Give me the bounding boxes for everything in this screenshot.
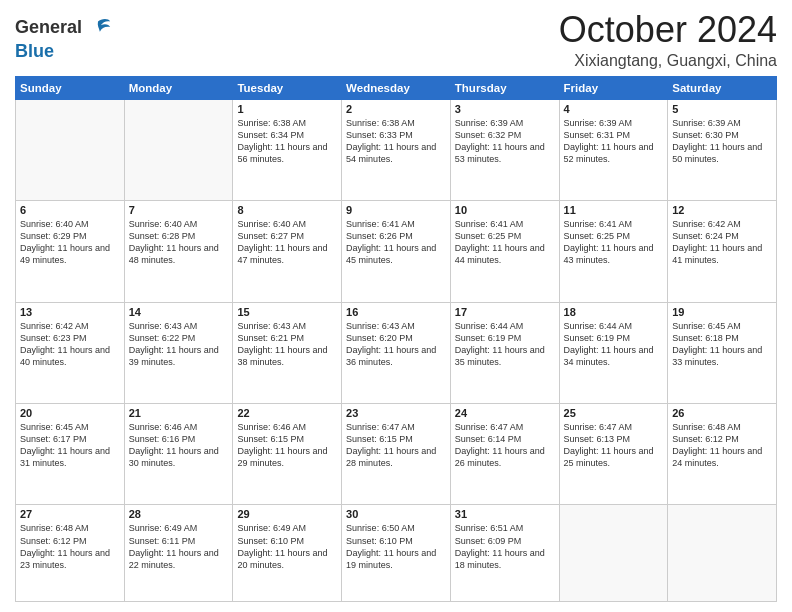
day-number: 22 (237, 407, 337, 419)
day-info: Sunrise: 6:41 AMSunset: 6:26 PMDaylight:… (346, 218, 446, 267)
calendar-cell: 28Sunrise: 6:49 AMSunset: 6:11 PMDayligh… (124, 505, 233, 602)
day-info: Sunrise: 6:47 AMSunset: 6:13 PMDaylight:… (564, 421, 664, 470)
day-number: 14 (129, 306, 229, 318)
day-info: Sunrise: 6:41 AMSunset: 6:25 PMDaylight:… (564, 218, 664, 267)
day-number: 24 (455, 407, 555, 419)
calendar-cell (124, 99, 233, 200)
day-info: Sunrise: 6:42 AMSunset: 6:23 PMDaylight:… (20, 320, 120, 369)
day-info: Sunrise: 6:44 AMSunset: 6:19 PMDaylight:… (564, 320, 664, 369)
weekday-header-thursday: Thursday (450, 76, 559, 99)
calendar-cell (559, 505, 668, 602)
day-number: 27 (20, 508, 120, 520)
day-number: 13 (20, 306, 120, 318)
calendar-cell: 5Sunrise: 6:39 AMSunset: 6:30 PMDaylight… (668, 99, 777, 200)
month-title: October 2024 (559, 10, 777, 50)
day-number: 16 (346, 306, 446, 318)
calendar-table: SundayMondayTuesdayWednesdayThursdayFrid… (15, 76, 777, 602)
weekday-header-sunday: Sunday (16, 76, 125, 99)
day-number: 29 (237, 508, 337, 520)
calendar-cell: 11Sunrise: 6:41 AMSunset: 6:25 PMDayligh… (559, 201, 668, 302)
day-info: Sunrise: 6:49 AMSunset: 6:11 PMDaylight:… (129, 522, 229, 571)
day-info: Sunrise: 6:48 AMSunset: 6:12 PMDaylight:… (672, 421, 772, 470)
calendar-cell: 22Sunrise: 6:46 AMSunset: 6:15 PMDayligh… (233, 404, 342, 505)
calendar-cell: 9Sunrise: 6:41 AMSunset: 6:26 PMDaylight… (342, 201, 451, 302)
day-number: 25 (564, 407, 664, 419)
calendar-cell: 16Sunrise: 6:43 AMSunset: 6:20 PMDayligh… (342, 302, 451, 403)
calendar-cell: 18Sunrise: 6:44 AMSunset: 6:19 PMDayligh… (559, 302, 668, 403)
calendar-cell: 1Sunrise: 6:38 AMSunset: 6:34 PMDaylight… (233, 99, 342, 200)
day-number: 15 (237, 306, 337, 318)
day-number: 5 (672, 103, 772, 115)
calendar-cell: 4Sunrise: 6:39 AMSunset: 6:31 PMDaylight… (559, 99, 668, 200)
day-number: 3 (455, 103, 555, 115)
day-number: 26 (672, 407, 772, 419)
day-number: 6 (20, 204, 120, 216)
calendar-cell: 27Sunrise: 6:48 AMSunset: 6:12 PMDayligh… (16, 505, 125, 602)
day-info: Sunrise: 6:45 AMSunset: 6:17 PMDaylight:… (20, 421, 120, 470)
day-number: 4 (564, 103, 664, 115)
calendar-cell: 19Sunrise: 6:45 AMSunset: 6:18 PMDayligh… (668, 302, 777, 403)
calendar-cell: 3Sunrise: 6:39 AMSunset: 6:32 PMDaylight… (450, 99, 559, 200)
calendar-week-4: 20Sunrise: 6:45 AMSunset: 6:17 PMDayligh… (16, 404, 777, 505)
day-number: 1 (237, 103, 337, 115)
day-number: 12 (672, 204, 772, 216)
weekday-header-friday: Friday (559, 76, 668, 99)
day-number: 7 (129, 204, 229, 216)
weekday-header-saturday: Saturday (668, 76, 777, 99)
day-number: 28 (129, 508, 229, 520)
calendar-cell: 30Sunrise: 6:50 AMSunset: 6:10 PMDayligh… (342, 505, 451, 602)
calendar-cell (668, 505, 777, 602)
day-info: Sunrise: 6:48 AMSunset: 6:12 PMDaylight:… (20, 522, 120, 571)
location-title: Xixiangtang, Guangxi, China (559, 52, 777, 70)
day-info: Sunrise: 6:46 AMSunset: 6:15 PMDaylight:… (237, 421, 337, 470)
day-info: Sunrise: 6:40 AMSunset: 6:28 PMDaylight:… (129, 218, 229, 267)
weekday-header-wednesday: Wednesday (342, 76, 451, 99)
calendar-cell: 21Sunrise: 6:46 AMSunset: 6:16 PMDayligh… (124, 404, 233, 505)
day-info: Sunrise: 6:38 AMSunset: 6:33 PMDaylight:… (346, 117, 446, 166)
calendar-cell (16, 99, 125, 200)
day-info: Sunrise: 6:39 AMSunset: 6:32 PMDaylight:… (455, 117, 555, 166)
day-number: 17 (455, 306, 555, 318)
weekday-header-row: SundayMondayTuesdayWednesdayThursdayFrid… (16, 76, 777, 99)
calendar-cell: 20Sunrise: 6:45 AMSunset: 6:17 PMDayligh… (16, 404, 125, 505)
calendar-cell: 17Sunrise: 6:44 AMSunset: 6:19 PMDayligh… (450, 302, 559, 403)
calendar-cell: 25Sunrise: 6:47 AMSunset: 6:13 PMDayligh… (559, 404, 668, 505)
day-info: Sunrise: 6:39 AMSunset: 6:31 PMDaylight:… (564, 117, 664, 166)
day-number: 31 (455, 508, 555, 520)
day-number: 11 (564, 204, 664, 216)
calendar-week-5: 27Sunrise: 6:48 AMSunset: 6:12 PMDayligh… (16, 505, 777, 602)
day-number: 9 (346, 204, 446, 216)
day-info: Sunrise: 6:46 AMSunset: 6:16 PMDaylight:… (129, 421, 229, 470)
calendar-cell: 7Sunrise: 6:40 AMSunset: 6:28 PMDaylight… (124, 201, 233, 302)
day-info: Sunrise: 6:49 AMSunset: 6:10 PMDaylight:… (237, 522, 337, 571)
page: General Blue October 2024 Xixiangtang, G… (0, 0, 792, 612)
header: General Blue October 2024 Xixiangtang, G… (15, 10, 777, 70)
calendar-cell: 13Sunrise: 6:42 AMSunset: 6:23 PMDayligh… (16, 302, 125, 403)
day-number: 30 (346, 508, 446, 520)
day-info: Sunrise: 6:44 AMSunset: 6:19 PMDaylight:… (455, 320, 555, 369)
day-info: Sunrise: 6:51 AMSunset: 6:09 PMDaylight:… (455, 522, 555, 571)
logo-blue: Blue (15, 41, 54, 61)
day-info: Sunrise: 6:50 AMSunset: 6:10 PMDaylight:… (346, 522, 446, 571)
day-number: 10 (455, 204, 555, 216)
calendar-cell: 6Sunrise: 6:40 AMSunset: 6:29 PMDaylight… (16, 201, 125, 302)
day-number: 19 (672, 306, 772, 318)
weekday-header-monday: Monday (124, 76, 233, 99)
logo-bird-icon (84, 14, 112, 42)
day-info: Sunrise: 6:43 AMSunset: 6:22 PMDaylight:… (129, 320, 229, 369)
calendar-cell: 15Sunrise: 6:43 AMSunset: 6:21 PMDayligh… (233, 302, 342, 403)
day-info: Sunrise: 6:38 AMSunset: 6:34 PMDaylight:… (237, 117, 337, 166)
day-number: 2 (346, 103, 446, 115)
day-info: Sunrise: 6:40 AMSunset: 6:29 PMDaylight:… (20, 218, 120, 267)
calendar-cell: 23Sunrise: 6:47 AMSunset: 6:15 PMDayligh… (342, 404, 451, 505)
day-info: Sunrise: 6:43 AMSunset: 6:20 PMDaylight:… (346, 320, 446, 369)
calendar-cell: 8Sunrise: 6:40 AMSunset: 6:27 PMDaylight… (233, 201, 342, 302)
calendar-week-1: 1Sunrise: 6:38 AMSunset: 6:34 PMDaylight… (16, 99, 777, 200)
day-number: 21 (129, 407, 229, 419)
day-info: Sunrise: 6:45 AMSunset: 6:18 PMDaylight:… (672, 320, 772, 369)
title-section: October 2024 Xixiangtang, Guangxi, China (559, 10, 777, 70)
calendar-week-3: 13Sunrise: 6:42 AMSunset: 6:23 PMDayligh… (16, 302, 777, 403)
day-info: Sunrise: 6:47 AMSunset: 6:15 PMDaylight:… (346, 421, 446, 470)
logo: General Blue (15, 14, 112, 62)
weekday-header-tuesday: Tuesday (233, 76, 342, 99)
